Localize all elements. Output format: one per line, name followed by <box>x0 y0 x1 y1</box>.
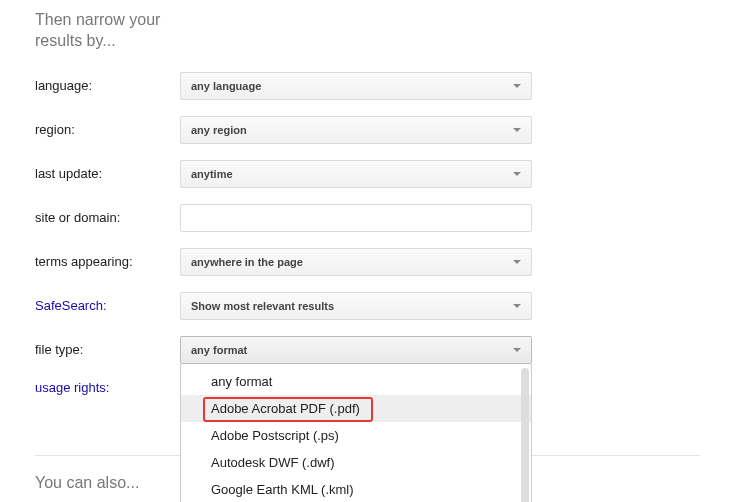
chevron-down-icon <box>513 84 521 88</box>
label-language: language: <box>35 78 180 93</box>
label-region: region: <box>35 122 180 137</box>
select-file-type[interactable]: any format <box>180 336 532 364</box>
option-pdf[interactable]: Adobe Acrobat PDF (.pdf) <box>181 395 531 422</box>
row-site-domain: site or domain: <box>35 204 700 232</box>
label-usage-rights[interactable]: usage rights: <box>35 380 180 395</box>
dropdown-file-type: any format Adobe Acrobat PDF (.pdf) Adob… <box>180 364 532 502</box>
label-file-type: file type: <box>35 342 180 357</box>
row-region: region: any region <box>35 116 700 144</box>
select-region[interactable]: any region <box>180 116 532 144</box>
chevron-down-icon <box>513 128 521 132</box>
input-site-domain[interactable] <box>180 204 532 232</box>
select-last-update-value: anytime <box>191 168 233 180</box>
row-file-type: file type: any format any format Adobe A… <box>35 336 700 364</box>
select-language[interactable]: any language <box>180 72 532 100</box>
label-site-domain: site or domain: <box>35 210 180 225</box>
select-file-type-value: any format <box>191 344 247 356</box>
option-pdf-label: Adobe Acrobat PDF (.pdf) <box>211 401 360 416</box>
option-dwf[interactable]: Autodesk DWF (.dwf) <box>181 449 531 476</box>
row-terms-appearing: terms appearing: anywhere in the page <box>35 248 700 276</box>
chevron-down-icon <box>513 172 521 176</box>
row-last-update: last update: anytime <box>35 160 700 188</box>
select-language-value: any language <box>191 80 261 92</box>
select-safe-search[interactable]: Show most relevant results <box>180 292 532 320</box>
option-kml[interactable]: Google Earth KML (.kml) <box>181 476 531 502</box>
select-last-update[interactable]: anytime <box>180 160 532 188</box>
label-last-update: last update: <box>35 166 180 181</box>
chevron-down-icon <box>513 348 521 352</box>
chevron-down-icon <box>513 304 521 308</box>
select-terms-appearing[interactable]: anywhere in the page <box>180 248 532 276</box>
label-safe-search[interactable]: SafeSearch: <box>35 298 180 313</box>
select-safe-search-value: Show most relevant results <box>191 300 334 312</box>
chevron-down-icon <box>513 260 521 264</box>
label-terms-appearing: terms appearing: <box>35 254 180 269</box>
row-language: language: any language <box>35 72 700 100</box>
select-terms-appearing-value: anywhere in the page <box>191 256 303 268</box>
select-region-value: any region <box>191 124 247 136</box>
option-any-format[interactable]: any format <box>181 368 531 395</box>
scrollbar[interactable] <box>521 368 529 502</box>
option-ps[interactable]: Adobe Postscript (.ps) <box>181 422 531 449</box>
row-safe-search: SafeSearch: Show most relevant results <box>35 292 700 320</box>
narrow-heading: Then narrow your results by... <box>35 10 165 52</box>
